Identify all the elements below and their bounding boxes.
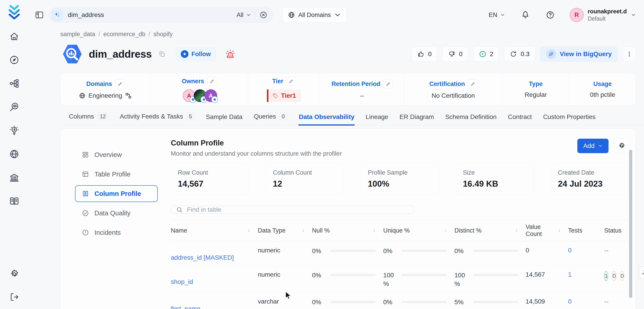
help-icon[interactable] (546, 11, 555, 20)
section-subtitle: Monitor and understand your columns stru… (171, 150, 342, 157)
edit-certification-button[interactable] (468, 79, 477, 89)
follow-label: Follow (192, 51, 210, 58)
tab[interactable]: Contract (508, 113, 532, 125)
sort-icon[interactable] (443, 228, 448, 233)
table-column-header[interactable]: Name (171, 223, 258, 237)
alert-siren-icon[interactable] (225, 49, 236, 59)
copy-name-icon[interactable] (158, 51, 166, 58)
tab[interactable]: Schema Definition (445, 113, 497, 125)
tab[interactable]: Activity Feeds & Tasks 5 (119, 112, 195, 125)
star-icon (181, 50, 188, 58)
profiler-nav-item[interactable]: Overview (75, 146, 158, 163)
status-aborted-badge[interactable]: 0 (620, 271, 624, 281)
sort-icon[interactable] (514, 228, 519, 233)
tab[interactable]: Columns 12 (68, 112, 109, 125)
search-scope-dropdown[interactable]: All (236, 12, 251, 19)
rail-nav-item[interactable] (9, 172, 20, 183)
alert-circle-icon (82, 229, 89, 236)
tests-link[interactable]: 1 (568, 271, 572, 278)
status-success-badge[interactable]: 1 (604, 271, 608, 281)
profiler-nav-item[interactable]: Data Quality (75, 205, 158, 221)
edge-widget-partial[interactable] (639, 266, 644, 279)
column-name-link[interactable]: address_id [MASKED] (171, 254, 234, 261)
breadcrumb-link[interactable]: ecommerce_db (103, 31, 145, 38)
clear-search-icon[interactable] (260, 11, 268, 19)
sort-icon[interactable] (372, 228, 377, 233)
stat-chip[interactable]: 0 (442, 47, 468, 62)
profiler-nav-item[interactable]: Table Profile (75, 166, 158, 183)
table-column-header[interactable]: Value Count (526, 223, 568, 237)
language-dropdown[interactable]: EN (489, 12, 505, 19)
tab-label: Lineage (366, 113, 388, 121)
edit-tier-button[interactable] (286, 77, 296, 86)
profiler-nav-item[interactable]: Incidents (75, 224, 158, 241)
profiler-settings-button[interactable] (614, 139, 629, 153)
column-name-link[interactable]: first_name (171, 305, 200, 309)
rail-nav-item[interactable] (9, 196, 20, 206)
user-menu[interactable]: R rounakpreet.d Default (570, 8, 636, 22)
collate-logo-icon[interactable] (7, 5, 22, 20)
rail-nav-item[interactable] (9, 125, 20, 136)
summary-card: Size 16.49 KB (456, 163, 534, 195)
rail-nav-item[interactable] (9, 102, 20, 112)
more-actions-button[interactable] (623, 47, 636, 62)
view-in-source-button[interactable]: View in BigQuery (540, 47, 618, 62)
entity-header: dim_address Follow 0 (60, 43, 636, 65)
table-search-box[interactable] (171, 206, 414, 214)
stat-chip[interactable]: 2 (473, 47, 499, 62)
rail-bottom-item[interactable] (9, 269, 20, 279)
profiler-nav-item[interactable]: Column Profile (75, 185, 158, 202)
notifications-bell-icon[interactable] (521, 11, 530, 20)
distinct-pct-cell: 0% (454, 241, 526, 259)
table-search-input[interactable] (186, 206, 409, 213)
status-failed-badge[interactable]: 0 (612, 271, 616, 281)
global-search-input[interactable] (67, 11, 232, 19)
rail-nav-item[interactable] (9, 55, 20, 65)
add-button[interactable]: Add (577, 139, 608, 153)
tests-link[interactable]: 0 (568, 247, 572, 254)
rail-nav-item[interactable] (9, 149, 20, 159)
table-column-header[interactable]: Tests (568, 223, 604, 237)
tab[interactable]: Data Observability (298, 113, 355, 125)
breadcrumb-link[interactable]: sample_data (60, 31, 95, 38)
tests-link[interactable]: 0 (568, 298, 572, 305)
tab[interactable]: Lineage (365, 113, 389, 125)
rail-nav-item[interactable] (9, 31, 20, 42)
status-cell: -- (604, 241, 629, 258)
sort-icon[interactable] (246, 228, 252, 233)
global-search-bar[interactable]: All (49, 7, 273, 23)
edit-domains-button[interactable] (115, 79, 124, 89)
tab[interactable]: Queries 0 (253, 112, 288, 125)
domain-filter-button[interactable]: All Domains (282, 7, 347, 23)
breadcrumb-link[interactable]: shopify (154, 31, 173, 38)
stat-chip[interactable]: 0 (412, 47, 438, 62)
rail-bottom-item[interactable] (9, 292, 20, 302)
tier-chip[interactable]: Tier1 (267, 89, 301, 102)
check-circle-icon (82, 209, 89, 217)
table-column-header[interactable]: Data Type (258, 223, 312, 237)
follow-button[interactable]: Follow (176, 48, 215, 61)
search-divider (255, 11, 255, 19)
sort-icon[interactable] (301, 228, 306, 233)
column-name-link[interactable]: shop_id (171, 278, 193, 285)
summary-card-label: Profile Sample (368, 169, 432, 176)
sidebar-toggle-icon[interactable] (34, 10, 44, 20)
vertical-scrollbar[interactable] (629, 150, 632, 298)
owner-avatar[interactable]: A (204, 89, 217, 102)
tab[interactable]: Custom Properties (542, 113, 596, 125)
stat-chip[interactable]: 0.3 (504, 47, 535, 62)
sort-icon[interactable] (557, 228, 562, 233)
bigquery-service-icon (60, 43, 84, 65)
glossary-book-icon (9, 196, 20, 206)
table-column-header[interactable]: Unique % (383, 223, 454, 237)
rail-nav-item[interactable] (9, 78, 20, 89)
table-column-header[interactable]: Status (604, 223, 629, 237)
table-column-header[interactable]: Null % (312, 223, 383, 237)
domains-value[interactable]: Engineering (88, 92, 122, 99)
summary-card-value: 24 Jul 2023 (558, 179, 622, 189)
tab[interactable]: Sample Data (206, 113, 243, 125)
tab[interactable]: ER Diagram (399, 113, 434, 125)
edit-owners-button[interactable] (207, 77, 216, 86)
edit-retention-button[interactable] (384, 79, 392, 89)
table-column-header[interactable]: Distinct % (454, 223, 526, 237)
